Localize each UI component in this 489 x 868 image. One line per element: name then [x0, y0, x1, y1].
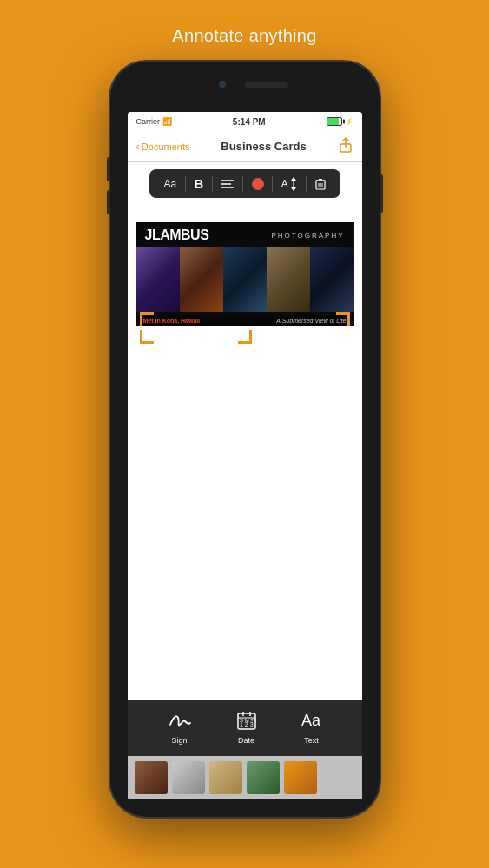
page-title: Annotate anything — [172, 26, 316, 46]
bracket-corner-bottom-right — [238, 330, 252, 344]
bracket-corner-bottom-left — [140, 330, 154, 344]
align-button[interactable] — [218, 177, 237, 191]
svg-text:S M T W T: S M T W T — [240, 718, 256, 723]
toolbar-separator-2 — [212, 176, 213, 192]
photo-strip-5 — [310, 247, 354, 312]
carrier-info: Carrier 📶 — [136, 117, 173, 126]
font-height-icon: A — [281, 177, 297, 191]
battery-fill — [327, 118, 340, 125]
card-brand: JLAMBUS — [145, 227, 209, 243]
sign-button[interactable]: Sign — [168, 711, 192, 745]
document-content: JLAMBUS PHOTOGRAPHY — [128, 205, 362, 700]
power-button — [380, 174, 383, 213]
phone-screen: Carrier 📶 5:14 PM ⚡ ‹ Documents Business… — [128, 112, 362, 799]
toolbar-separator-3 — [242, 176, 243, 192]
photo-strips — [136, 247, 354, 312]
nav-title: Business Cards — [221, 140, 306, 153]
font-size-button[interactable]: Aa — [160, 176, 180, 192]
content-area: Aa B — [128, 162, 362, 799]
battery-area: ⚡ — [327, 117, 354, 126]
back-label: Documents — [142, 141, 190, 152]
thumbnail-1[interactable] — [135, 761, 168, 794]
bracket-below — [136, 330, 256, 344]
navigation-bar: ‹ Documents Business Cards — [128, 131, 362, 162]
text-icon-svg: Aa — [301, 711, 322, 730]
toolbar-separator-1 — [185, 176, 186, 192]
thumbnail-5[interactable] — [284, 761, 317, 794]
photo-strip-1 — [136, 247, 180, 312]
carrier-label: Carrier — [136, 117, 161, 126]
volume-down-button — [107, 190, 110, 214]
text-label: Text — [304, 736, 319, 745]
bold-button[interactable]: B — [191, 174, 208, 193]
battery-icon — [327, 117, 342, 126]
color-button[interactable] — [248, 176, 268, 192]
text-button[interactable]: Aa Text — [301, 711, 322, 745]
back-button[interactable]: ‹ Documents — [136, 140, 190, 153]
photo-strip-2 — [180, 247, 223, 312]
date-label: Date — [238, 736, 254, 745]
date-icon: 1 2 3 S M T W T — [237, 711, 256, 733]
annotation-toolbar: Aa B — [149, 169, 340, 198]
sign-icon — [168, 711, 192, 733]
sign-label: Sign — [171, 736, 187, 745]
thumbnail-strip — [128, 756, 362, 799]
status-time: 5:14 PM — [233, 117, 266, 127]
business-card-container: JLAMBUS PHOTOGRAPHY — [136, 222, 354, 344]
svg-marker-7 — [291, 187, 296, 191]
photo-strip-3 — [223, 247, 267, 312]
photo-strip-4 — [267, 247, 310, 312]
thumbnail-4[interactable] — [247, 761, 280, 794]
share-button[interactable] — [338, 137, 354, 156]
toolbar-separator-5 — [306, 176, 307, 192]
card-footer: Met in Kona, Hawaii A Submersed View of … — [136, 315, 354, 326]
back-chevron-icon: ‹ — [136, 140, 140, 153]
card-subtitle: PHOTOGRAPHY — [271, 232, 344, 240]
bottom-action-bar: Sign 1 2 3 S M T W T Da — [128, 700, 362, 756]
svg-marker-6 — [291, 177, 296, 181]
thumbnail-3[interactable] — [209, 761, 242, 794]
align-icon — [221, 179, 234, 189]
phone-speaker — [245, 82, 288, 88]
phone-shell: Carrier 📶 5:14 PM ⚡ ‹ Documents Business… — [110, 62, 380, 817]
toolbar-separator-4 — [272, 176, 273, 192]
bolt-icon: ⚡ — [345, 118, 354, 126]
phone-camera — [219, 81, 226, 88]
date-icon-svg: 1 2 3 S M T W T — [237, 711, 256, 730]
trash-button[interactable] — [312, 176, 329, 192]
status-bar: Carrier 📶 5:14 PM ⚡ — [128, 112, 362, 131]
color-circle — [252, 178, 264, 190]
svg-text:A: A — [281, 178, 288, 188]
font-height-button[interactable]: A — [278, 175, 301, 193]
business-card-image: JLAMBUS PHOTOGRAPHY — [136, 222, 354, 326]
share-icon — [338, 137, 354, 153]
card-tagline: A Submersed View of Life — [276, 318, 346, 324]
wifi-icon: 📶 — [162, 117, 172, 126]
text-icon: Aa — [301, 711, 322, 733]
volume-up-button — [107, 157, 110, 181]
sign-icon-svg — [168, 711, 192, 730]
svg-text:Aa: Aa — [301, 712, 321, 729]
annotation-text-left: Met in Kona, Hawaii — [143, 318, 201, 324]
thumbnail-2[interactable] — [172, 761, 205, 794]
trash-icon — [315, 178, 326, 190]
card-header: JLAMBUS PHOTOGRAPHY — [136, 222, 354, 248]
date-button[interactable]: 1 2 3 S M T W T Date — [237, 711, 256, 745]
